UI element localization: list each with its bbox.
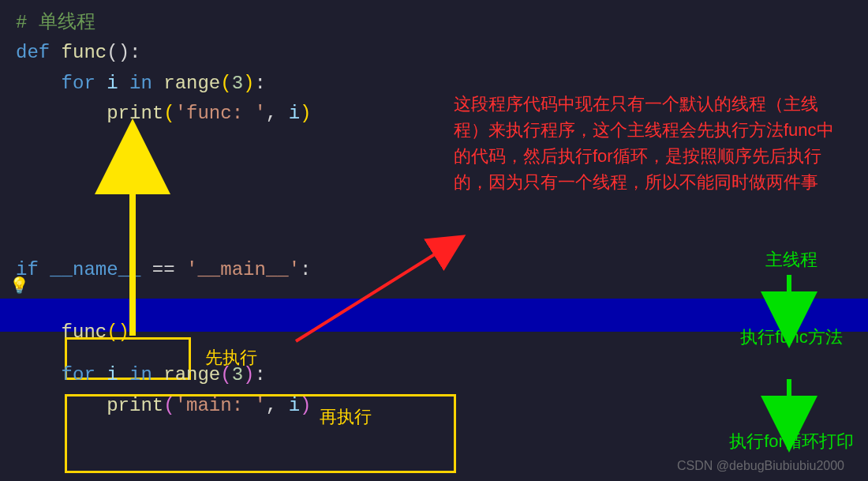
lightbulb-icon[interactable]: 💡 <box>9 276 29 295</box>
code-line: if __name__ == '__main__': <box>16 255 868 285</box>
code-line: print('func: ', i) <box>16 99 868 129</box>
watermark: CSDN @debugBiubiubiu2000 <box>677 459 844 473</box>
code-line: print('main: ', i) <box>16 391 868 421</box>
flow-exec-for: 执行for循环打印 <box>724 430 859 453</box>
code-line: for i in range(3): <box>16 360 868 390</box>
code-line: for i in range(3): <box>16 69 868 99</box>
code-line: func() <box>16 318 868 348</box>
code-line: def func(): <box>16 38 868 68</box>
code-line: # 单线程 <box>16 8 868 38</box>
comment: # 单线程 <box>16 12 95 33</box>
